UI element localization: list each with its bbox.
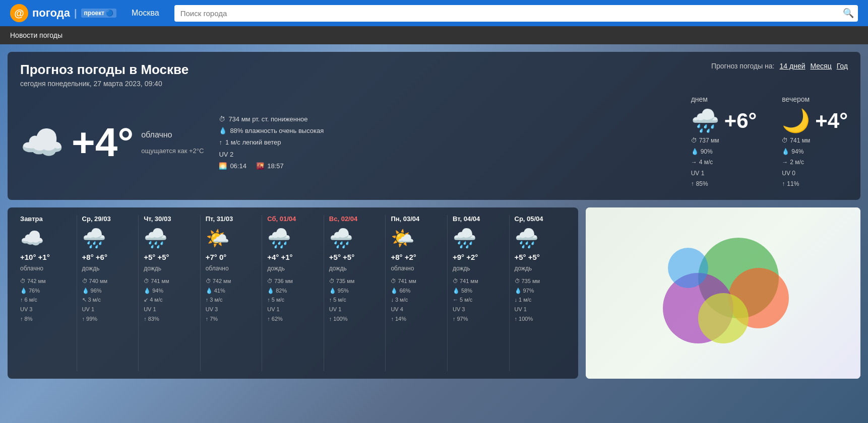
- today-sunrise: 🌅06:14 🌇18:57: [219, 160, 675, 172]
- day-temps: +5° +5°: [329, 253, 354, 261]
- day-condition: дождь: [515, 265, 532, 272]
- day-meta: ⏱735 мм 💧97% ↓ 1 м/с UV 1 ↑ 100%: [515, 276, 540, 323]
- day-precip: ↑ 62%: [267, 314, 293, 324]
- divider: |: [74, 8, 77, 19]
- link-month[interactable]: Месяц: [810, 62, 831, 70]
- day-temps: +8° +6°: [82, 253, 107, 261]
- day-pressure: ⏱736 мм: [267, 276, 293, 286]
- day-wind: ↑ 6 м/с: [20, 295, 46, 305]
- day-humidity: 💧82%: [267, 286, 293, 296]
- day-uv: UV 4: [391, 305, 416, 314]
- day-temps: +10° +1°: [20, 253, 50, 261]
- forecast-day-7: Вт, 04/04 🌧️ +9° +2° дождь ⏱741 мм 💧58% …: [448, 215, 510, 371]
- day-icon: ☁️: [20, 227, 44, 249]
- day-precip: ↑ 7%: [206, 314, 231, 324]
- today-body: ☁️ +4° облачно ощущается как +2°C ⏱734 м…: [20, 95, 848, 190]
- today-cloud-icon: ☁️: [20, 122, 64, 163]
- day-label: Сб, 01/04: [267, 215, 296, 223]
- day-meta: ⏱741 мм 💧58% ← 5 м/с UV 3 ↑ 97%: [453, 276, 478, 323]
- day-meta: ⏱741 мм 💧94% ↙ 4 м/с UV 1 ↑ 83%: [144, 276, 169, 323]
- day-label: Чт, 30/03: [144, 215, 171, 223]
- ad-placeholder: [586, 207, 860, 379]
- day-uv: UV 1: [329, 305, 355, 314]
- today-main: ☁️ +4° облачно ощущается как +2°C: [20, 122, 204, 163]
- forecast-day-3: Пт, 31/03 🌤️ +7° 0° облачно ⏱742 мм 💧41%…: [201, 215, 263, 371]
- day-pressure: ⏱742 мм: [206, 276, 231, 286]
- news-bar: Новости погоды: [0, 26, 868, 44]
- day-humidity: 💧96%: [82, 286, 108, 296]
- today-feels: ощущается как +2°C: [141, 147, 204, 155]
- day-meta: ⏱742 мм 💧41% ↑ 3 м/с UV 3 ↑ 7%: [206, 276, 231, 323]
- day-period-main: 🌧️ +6°: [691, 107, 757, 134]
- day-label: Вт, 04/04: [453, 215, 480, 223]
- day-label: Пт, 31/03: [206, 215, 233, 223]
- forecast-day-1: Ср, 29/03 🌧️ +8° +6° дождь ⏱740 мм 💧96% …: [77, 215, 139, 371]
- day-condition: дождь: [144, 265, 161, 272]
- day-period-label: днем: [691, 95, 708, 103]
- today-condition-block: облачно ощущается как +2°C: [141, 130, 204, 155]
- project-badge: проект 🔵: [81, 9, 116, 18]
- forecast-day-2: Чт, 30/03 🌧️ +5° +5° дождь ⏱741 мм 💧94% …: [139, 215, 201, 371]
- day-precip: ↑ 99%: [82, 314, 108, 324]
- day-icon: 🌧️: [453, 227, 476, 249]
- day-condition: облачно: [206, 265, 229, 272]
- header: @ погода | проект 🔵 Москва 🔍: [0, 0, 868, 26]
- forecast-days: Завтра ☁️ +10° +1° облачно ⏱742 мм 💧76% …: [8, 207, 578, 379]
- day-temps: +5° +5°: [515, 253, 540, 261]
- day-icon: 🌧️: [82, 227, 106, 249]
- today-card: Прогноз погоды в Москве сегодня понедель…: [8, 52, 860, 200]
- day-period-temp: +6°: [724, 109, 757, 133]
- forecast-row: Завтра ☁️ +10° +1° облачно ⏱742 мм 💧76% …: [8, 207, 860, 379]
- search-button[interactable]: 🔍: [843, 8, 854, 19]
- link-14days[interactable]: 14 дней: [780, 62, 805, 70]
- day-icon: 🌧️: [515, 227, 538, 249]
- city-link[interactable]: Москва: [127, 9, 164, 18]
- logo-area: @ погода | проект 🔵: [10, 4, 116, 22]
- day-precip: ↑ 8%: [20, 314, 46, 324]
- day-precip: ↑ 100%: [329, 314, 355, 324]
- day-precip: ↑ 100%: [515, 314, 540, 324]
- day-humidity: 💧66%: [391, 286, 416, 296]
- news-label: Новости погоды: [10, 31, 63, 39]
- day-humidity: 💧41%: [206, 286, 231, 296]
- day-meta: ⏱735 мм 💧95% ↑ 5 м/с UV 1 ↑ 100%: [329, 276, 355, 323]
- day-condition: дождь: [453, 265, 470, 272]
- forecast-day-5: Вс, 02/04 🌧️ +5° +5° дождь ⏱735 мм 💧95% …: [324, 215, 386, 371]
- day-pressure: ⏱741 мм: [391, 276, 416, 286]
- today-temperature: +4°: [72, 122, 134, 163]
- day-humidity: 💧97%: [515, 286, 540, 296]
- today-uv: UV 2: [219, 149, 675, 160]
- today-humidity: 💧88% влажность очень высокая: [219, 125, 675, 136]
- day-wind: ↙ 4 м/с: [144, 295, 169, 305]
- today-title: Прогноз погоды в Москве: [20, 62, 189, 78]
- forecast-day-4: Сб, 01/04 🌧️ +4° +1° дождь ⏱736 мм 💧82% …: [262, 215, 324, 371]
- day-temps: +9° +2°: [453, 253, 478, 261]
- day-uv: UV 3: [453, 305, 478, 314]
- today-pressure: ⏱734 мм рт. ст. пониженное: [219, 113, 675, 125]
- day-uv: UV 1: [515, 305, 540, 314]
- link-year[interactable]: Год: [837, 62, 848, 70]
- day-label: Завтра: [20, 215, 43, 223]
- day-meta: ⏱736 мм 💧82% ↑ 5 м/с UV 1 ↑ 62%: [267, 276, 293, 323]
- forecast-day-6: Пн, 03/04 🌤️ +8° +2° облачно ⏱741 мм 💧66…: [386, 215, 448, 371]
- day-pressure: ⏱741 мм: [453, 276, 478, 286]
- day-condition: дождь: [329, 265, 347, 272]
- day-precip: ↑ 83%: [144, 314, 169, 324]
- today-details: ⏱734 мм рт. ст. пониженное 💧88% влажност…: [219, 113, 675, 172]
- day-wind: ↑ 3 м/с: [206, 295, 231, 305]
- forecast-label: Прогноз погоды на:: [711, 62, 775, 70]
- day-temps: +7° 0°: [206, 253, 227, 261]
- day-period-icon: 🌧️: [691, 107, 719, 134]
- logo-icon: @: [10, 4, 28, 22]
- day-pressure: ⏱741 мм: [144, 276, 169, 286]
- search-input[interactable]: [174, 5, 858, 22]
- day-condition: облачно: [20, 265, 43, 272]
- day-icon: 🌧️: [144, 227, 167, 249]
- day-label: Вс, 02/04: [329, 215, 357, 223]
- evening-period-icon: 🌙: [782, 107, 810, 134]
- day-temps: +8° +2°: [391, 253, 416, 261]
- day-icon: 🌤️: [206, 227, 229, 249]
- vk-icon: 🔵: [106, 10, 113, 17]
- day-condition: дождь: [267, 265, 285, 272]
- day-wind: ↓ 3 м/с: [391, 295, 416, 305]
